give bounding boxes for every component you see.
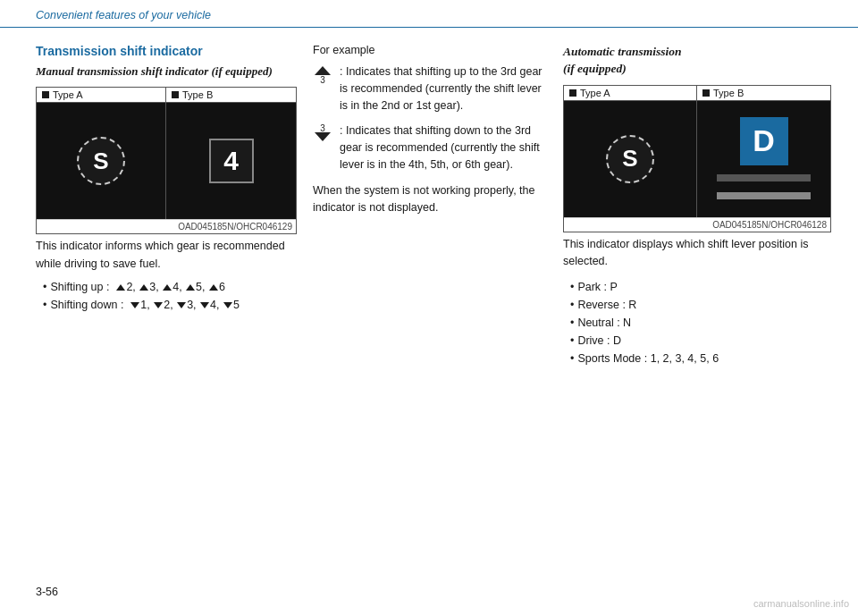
image-caption-right: OAD045185N/OHCR046128	[564, 217, 830, 232]
arrow-up-icon-4	[186, 284, 195, 291]
arrow-down-icon-1	[130, 302, 139, 308]
gear-circle-a: S	[77, 137, 125, 185]
bullet-item-1: • Shifting up : 2, 3, 4, 5, 6	[43, 278, 297, 296]
right-label-square-a	[569, 89, 576, 97]
right-gear-circle-a: S	[606, 135, 654, 183]
svg-marker-0	[315, 66, 331, 75]
right-bullet-3: • Neutral : N	[570, 314, 831, 332]
manual-transmission-image-box: Type A Type B S 4	[36, 87, 297, 234]
type-b-label: Type B	[166, 88, 296, 102]
gear-number-b: 4	[223, 146, 239, 176]
image-caption-left: OAD045185N/OHCR046129	[37, 219, 296, 233]
panel-bar-1	[717, 174, 810, 181]
sub-heading: Manual transmission shift indicator (if …	[36, 63, 297, 80]
page-container: Convenient features of your vehicle Tran…	[0, 0, 858, 616]
warning-text: When the system is not working properly,…	[313, 182, 547, 217]
right-bullet-2: • Reverse : R	[570, 296, 831, 314]
example-text-2: : Indicates that shifting down to the 3r…	[340, 122, 547, 173]
right-type-b-panel: D	[697, 101, 830, 217]
arrow-down-icon-3	[177, 302, 186, 308]
example-heading: For example	[313, 44, 547, 56]
arrow-up-icon-3	[163, 284, 172, 291]
page-footer: 3-56	[36, 586, 58, 598]
type-b-panel: 4	[166, 103, 296, 219]
right-type-b-label: Type B	[697, 86, 830, 100]
svg-text:3: 3	[320, 123, 325, 133]
right-type-a-label: Type A	[564, 86, 697, 100]
right-bullet-5: • Sports Mode : 1, 2, 3, 4, 5, 6	[570, 350, 831, 367]
svg-marker-2	[315, 132, 331, 141]
right-column: Automatic transmission (if equipped) Typ…	[563, 44, 831, 367]
arrow-up-icon-5	[209, 284, 218, 291]
right-heading: Automatic transmission (if equipped)	[563, 44, 831, 78]
svg-text:3: 3	[320, 75, 325, 84]
panel-bar-2	[717, 192, 810, 199]
arrow-up-icon-2	[139, 284, 148, 291]
d-box: D	[740, 117, 788, 165]
right-bullet-1: • Park : P	[570, 278, 831, 296]
section-heading: Transmission shift indicator	[36, 44, 297, 58]
example-item-1: 3 : Indicates that shifting up to the 3r…	[313, 63, 547, 114]
right-image-box-header: Type A Type B	[564, 86, 830, 101]
gear-letter-a: S	[93, 148, 108, 175]
right-gear-letter-a: S	[622, 145, 637, 173]
example-text-1: : Indicates that shifting up to the 3rd …	[340, 63, 547, 114]
right-type-a-panel: S	[564, 101, 697, 217]
example-item-2: 3 : Indicates that shifting down to the …	[313, 122, 547, 173]
right-bullet-4: • Drive : D	[570, 332, 831, 350]
page-header: Convenient features of your vehicle	[0, 0, 858, 28]
watermark: carmanualsonline.info	[753, 598, 849, 609]
image-box-header: Type A Type B	[37, 88, 296, 103]
auto-transmission-image-box: Type A Type B S D	[563, 85, 831, 232]
main-content: Transmission shift indicator Manual tran…	[0, 28, 858, 376]
arrow-down-icon-5	[223, 302, 232, 308]
bullet-list-left: • Shifting up : 2, 3, 4, 5, 6 •	[36, 278, 297, 314]
left-column: Transmission shift indicator Manual tran…	[36, 44, 313, 367]
bullet-item-2: • Shifting down : 1, 2, 3, 4, 5	[43, 296, 297, 314]
right-label-square-b	[702, 89, 710, 97]
gear-box-b: 4	[209, 139, 254, 183]
shift-down-icon: 3	[313, 123, 332, 173]
label-square-a	[42, 91, 49, 98]
d-letter: D	[753, 123, 775, 158]
page-number: 3-56	[36, 586, 58, 598]
header-title: Convenient features of your vehicle	[36, 9, 211, 21]
label-square-b	[172, 91, 179, 98]
right-image-box-body: S D	[564, 101, 830, 217]
bullet-list-right: • Park : P • Reverse : R • Neutral : N •…	[563, 278, 831, 367]
type-a-label: Type A	[37, 88, 166, 102]
mid-column: For example 3 : Indicates that shifting …	[313, 44, 563, 367]
image-box-body: S 4	[37, 103, 296, 219]
arrow-up-icon-1	[116, 284, 125, 291]
type-a-panel: S	[37, 103, 166, 219]
body-text-left: This indicator informs which gear is rec…	[36, 238, 297, 273]
arrow-down-icon-2	[154, 302, 163, 308]
shift-up-icon: 3	[313, 64, 332, 114]
arrow-down-icon-4	[200, 302, 209, 308]
right-body-text: This indicator displays which shift leve…	[563, 236, 831, 271]
